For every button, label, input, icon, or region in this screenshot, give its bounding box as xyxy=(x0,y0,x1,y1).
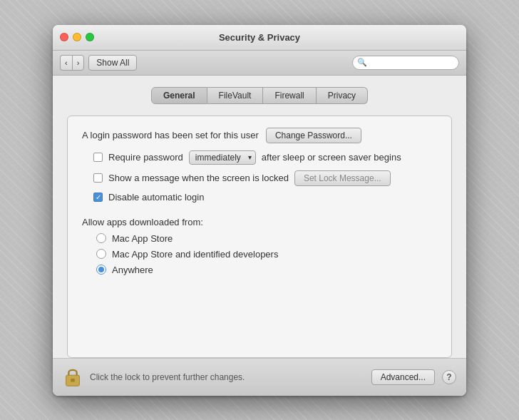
require-password-row: Require password immediately after sleep… xyxy=(93,150,437,165)
search-icon: 🔍 xyxy=(357,58,367,67)
disable-login-label: Disable automatic login xyxy=(108,192,204,203)
allow-apps-label: Allow apps downloaded from: xyxy=(82,217,437,227)
maximize-button[interactable] xyxy=(86,33,94,41)
radio-anywhere[interactable] xyxy=(96,265,106,275)
system-preferences-window: Security & Privacy ‹ › Show All 🔍 Genera… xyxy=(53,25,466,396)
svg-rect-1 xyxy=(71,378,75,381)
radio-row-identified: Mac App Store and identified developers xyxy=(96,249,437,260)
set-lock-message-button[interactable]: Set Lock Message... xyxy=(294,170,391,186)
show-all-button[interactable]: Show All xyxy=(88,55,137,71)
tab-general[interactable]: General xyxy=(151,87,207,104)
tab-bar: General FileVault Firewall Privacy xyxy=(67,87,452,104)
general-panel: A login password has been set for this u… xyxy=(67,116,452,358)
show-message-checkbox[interactable] xyxy=(93,173,103,183)
radio-label-identified: Mac App Store and identified developers xyxy=(112,249,278,260)
titlebar: Security & Privacy xyxy=(53,25,466,51)
radio-label-anywhere: Anywhere xyxy=(112,265,153,275)
login-password-row: A login password has been set for this u… xyxy=(82,128,437,143)
advanced-button[interactable]: Advanced... xyxy=(371,369,435,385)
footer: Click the lock to prevent further change… xyxy=(53,358,466,396)
options-section: Require password immediately after sleep… xyxy=(93,150,437,203)
search-input[interactable] xyxy=(370,58,454,67)
after-sleep-label: after sleep or screen saver begins xyxy=(262,152,401,163)
help-button[interactable]: ? xyxy=(442,370,456,384)
change-password-button[interactable]: Change Password... xyxy=(266,128,361,143)
radio-identified[interactable] xyxy=(96,249,106,259)
radio-mac-app-store[interactable] xyxy=(96,233,106,243)
search-box: 🔍 xyxy=(352,56,459,70)
require-password-label: Require password xyxy=(108,152,183,163)
radio-label-mac-app-store: Mac App Store xyxy=(112,233,173,244)
show-message-label: Show a message when the screen is locked xyxy=(108,173,289,183)
content-area: General FileVault Firewall Privacy A log… xyxy=(53,76,466,358)
window-title: Security & Privacy xyxy=(219,32,300,43)
disable-login-checkbox[interactable]: ✓ xyxy=(93,193,103,202)
allow-apps-section: Allow apps downloaded from: Mac App Stor… xyxy=(82,217,437,275)
forward-button[interactable]: › xyxy=(72,55,85,71)
minimize-button[interactable] xyxy=(73,33,81,41)
disable-login-row: ✓ Disable automatic login xyxy=(93,192,437,203)
footer-lock-text: Click the lock to prevent further change… xyxy=(90,372,364,382)
close-button[interactable] xyxy=(60,33,68,41)
toolbar: ‹ › Show All 🔍 xyxy=(53,51,466,76)
nav-arrows: ‹ › xyxy=(60,55,84,71)
login-password-text: A login password has been set for this u… xyxy=(82,130,259,140)
radio-group: Mac App Store Mac App Store and identifi… xyxy=(96,233,437,275)
require-password-checkbox[interactable] xyxy=(93,153,103,162)
immediately-dropdown[interactable]: immediately xyxy=(189,150,256,165)
tab-filevault[interactable]: FileVault xyxy=(207,87,264,104)
radio-row-mac-app-store: Mac App Store xyxy=(96,233,437,244)
lock-icon[interactable] xyxy=(63,366,83,389)
tab-privacy[interactable]: Privacy xyxy=(317,87,368,104)
traffic-lights xyxy=(60,33,94,41)
tab-firewall[interactable]: Firewall xyxy=(263,87,316,104)
radio-row-anywhere: Anywhere xyxy=(96,265,437,275)
show-message-row: Show a message when the screen is locked… xyxy=(93,170,437,186)
back-button[interactable]: ‹ xyxy=(60,55,72,71)
